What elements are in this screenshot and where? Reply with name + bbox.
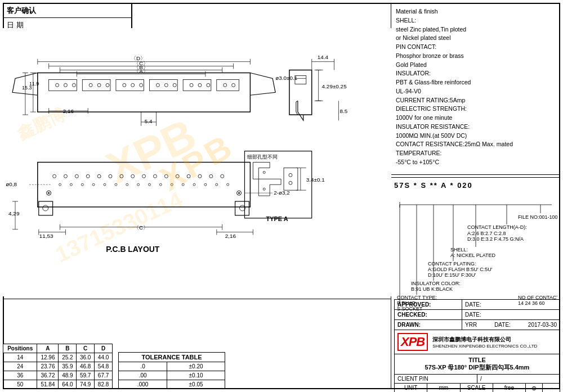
col-positions: Positions <box>3 344 37 353</box>
company-info: 深圳市鑫鹏博电子科技有限公司 SHENZHEN XINPENGBO ELECTR… <box>432 336 537 349</box>
spec-pin-val1: Phosphor bronze or brass <box>396 52 556 61</box>
drawn-label: DRAWN: <box>395 320 462 330</box>
svg-point-128 <box>182 183 184 186</box>
date3-label: DATE: <box>494 322 511 328</box>
svg-text:2,16: 2,16 <box>225 233 236 239</box>
spec-resistance-val: 1000MΩ MIN.(at 500V DC) <box>396 132 556 141</box>
svg-point-163 <box>263 171 265 173</box>
svg-text:2-ø3,2: 2-ø3,2 <box>274 190 290 196</box>
tolerance-row: .0 ±0.20 <box>119 362 225 371</box>
svg-text:13715330114: 13715330114 <box>51 187 186 267</box>
svg-text:TYPE A: TYPE A <box>266 215 288 222</box>
svg-text:细部孔型不同: 细部孔型不同 <box>247 154 278 160</box>
spec-temp-label: TEMPERATURE: <box>396 149 556 158</box>
svg-point-119 <box>81 183 83 186</box>
svg-point-166 <box>289 173 292 177</box>
spec-temp-val: -55°C to +105°C <box>396 158 556 167</box>
svg-text:4,29: 4,29 <box>8 210 20 217</box>
col-d: D <box>95 344 113 353</box>
company-header: XPB 深圳市鑫鹏博电子科技有限公司 SHENZHEN XINPENGBO EL… <box>394 330 560 354</box>
unit-label: UNIT <box>395 384 427 392</box>
svg-rect-165 <box>284 168 298 190</box>
scale-label: SCALE <box>461 384 493 392</box>
svg-text:〈C〉: 〈C〉 <box>133 224 149 231</box>
svg-point-164 <box>263 188 265 190</box>
svg-point-130 <box>204 183 207 186</box>
svg-point-51 <box>232 83 235 87</box>
svg-rect-29 <box>49 79 77 91</box>
svg-point-44 <box>156 83 159 87</box>
svg-point-101 <box>53 174 56 178</box>
svg-point-48 <box>198 83 202 87</box>
svg-point-118 <box>70 183 72 186</box>
svg-text:FILE NO:001-1000: FILE NO:001-1000 <box>518 214 557 220</box>
svg-point-35 <box>56 83 59 87</box>
horiz-divider-bottom <box>3 299 391 299</box>
col-a: A <box>37 344 59 353</box>
title-text: TITLE 57S-XP 母180° DIP型新四勾耳5.4mm <box>394 354 560 375</box>
table-row: 14 12.96 25.2 36.0 44.0 <box>3 353 113 362</box>
svg-point-104 <box>86 174 90 178</box>
positions-table: Positions A B C D 14 12.96 25.2 36.0 44.… <box>3 344 113 389</box>
drawn-row: DRAWN: YRR DATE: 2017-03-30 <box>395 320 560 330</box>
unit-value: mm <box>427 384 460 392</box>
svg-rect-31 <box>116 79 144 91</box>
approved-label: APPROVED: <box>395 300 462 309</box>
scale-value: free <box>493 384 526 392</box>
col-c: C <box>77 344 95 353</box>
svg-text:3.4±0.1: 3.4±0.1 <box>306 177 325 183</box>
table-row: 24 23.76 35.9 46.8 54.8 <box>3 362 113 371</box>
svg-text:CONTACT PLATING:: CONTACT PLATING: <box>428 261 476 267</box>
spec-resistance-label: INSULATOR RESISTANCE: <box>396 123 556 132</box>
svg-point-125 <box>149 183 151 186</box>
spec-contact: CONTACT RESISTANCE:25mΩ Max. mated <box>396 140 556 149</box>
svg-point-41 <box>123 83 126 87</box>
svg-point-45 <box>164 83 168 87</box>
checked-label: CHECKED: <box>395 310 462 319</box>
svg-point-113 <box>187 174 190 178</box>
spec-current: CURRENT RATING:5Amp <box>396 96 556 105</box>
svg-point-38 <box>89 83 92 87</box>
spec-panel: Material & finish SHELL: steel Zinc plat… <box>391 3 560 172</box>
svg-point-115 <box>209 174 213 178</box>
svg-point-126 <box>159 183 162 186</box>
svg-text:11,53: 11,53 <box>39 233 53 239</box>
tolerance-title: TOLERANCE TABLE <box>118 352 225 362</box>
svg-rect-139 <box>235 201 249 215</box>
svg-point-50 <box>224 83 227 87</box>
svg-point-40 <box>106 83 109 87</box>
svg-text:〈A〉: 〈A〉 <box>133 68 149 74</box>
svg-text:A:2.6  B:2.7  C:2.8: A:2.6 B:2.7 C:2.8 <box>467 231 506 236</box>
svg-point-138 <box>43 205 48 211</box>
svg-point-121 <box>104 183 106 186</box>
svg-text:B:91 UB  K:BLACK: B:91 UB K:BLACK <box>411 286 453 292</box>
spec-ul: UL-94-V0 <box>396 87 556 96</box>
svg-point-132 <box>227 183 229 186</box>
table-row: 36 36.72 48.9 59.7 67.7 <box>3 371 113 380</box>
arrow-icon-1: ⊕ <box>526 384 543 392</box>
spec-insulator-label: INSULATOR: <box>396 69 556 78</box>
spec-insulator-val: PBT & Glass-fibre reinforced <box>396 78 556 87</box>
svg-point-136 <box>238 192 240 194</box>
svg-text:ø0,8: ø0,8 <box>6 181 17 187</box>
drawn-value-row: YRR DATE: 2017-03-30 <box>462 320 560 330</box>
svg-point-42 <box>131 83 135 87</box>
table-row: 50 51.84 64.0 74.9 82.8 <box>3 380 113 389</box>
title-value: 57S-XP 母180° DIP型新四勾耳5.4mm <box>398 363 556 372</box>
spec-divider <box>391 174 560 175</box>
spec-pin-val2: Gold Plated <box>396 61 556 70</box>
spec-shell-val1: steel Zinc plated,Tin ploted <box>396 25 556 34</box>
svg-point-36 <box>64 83 67 87</box>
date-checked-label: DATE: <box>462 310 560 319</box>
spec-shell-val2: or Nickel plated steel <box>396 34 556 43</box>
svg-point-111 <box>164 174 168 178</box>
spec-pin-label: PIN CONTACT: <box>396 43 556 52</box>
svg-text:8.5: 8.5 <box>339 108 347 114</box>
svg-rect-137 <box>39 201 53 215</box>
svg-text:INSULATOR COLOR:: INSULATOR COLOR: <box>411 281 461 286</box>
approved-row: APPROVED: DATE: <box>395 300 560 310</box>
svg-text:14.4: 14.4 <box>318 54 329 60</box>
tolerance-row: .000 ±0.05 <box>119 380 225 389</box>
svg-point-127 <box>171 183 173 186</box>
tolerance-row: .00 ±0.10 <box>119 371 225 380</box>
